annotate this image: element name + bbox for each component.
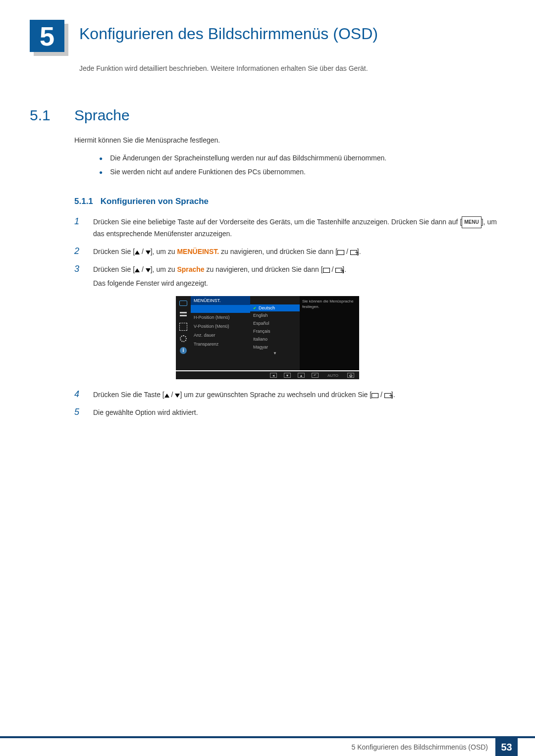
bullet-icon: ● <box>99 168 103 177</box>
scroll-down-icon: ▼ <box>250 351 300 355</box>
content-area: 5 Konfigurieren des Bildschirmmenüs (OSD… <box>0 0 535 418</box>
chapter-number: 5 <box>30 20 64 52</box>
osd-language-item: Français <box>250 327 300 335</box>
nav-up-icon: ▲ <box>298 373 305 378</box>
source-icon <box>323 268 330 273</box>
page-number: 53 <box>495 738 518 756</box>
step-list-cont: 4 Drücken Sie die Taste [ / ] um zur gew… <box>74 389 505 418</box>
osd-language-item: Español <box>250 319 300 327</box>
osd-menu-header: MENÜEINST. <box>191 296 250 305</box>
chapter-intro: Jede Funktion wird detailliert beschrieb… <box>79 64 505 72</box>
osd-language-item: Magyar <box>250 343 300 351</box>
step-text: Drücken Sie die Taste [ / ] um zur gewün… <box>93 389 395 400</box>
osd-menu-item: Anz. dauer <box>191 331 250 340</box>
enter-icon <box>350 250 357 255</box>
osd-menu-item: V-Position (Menü) <box>191 322 250 331</box>
bullet-item: ●Die Änderungen der Spracheinstellung we… <box>74 154 505 163</box>
step-number: 5 <box>74 407 83 418</box>
nav-down-icon: ▼ <box>284 373 291 378</box>
gear-icon <box>179 335 188 343</box>
step-text: Drücken Sie eine beliebige Taste auf der… <box>93 216 505 239</box>
monitor-icon <box>179 299 188 307</box>
bullet-text: Sie werden nicht auf andere Funktionen d… <box>110 168 306 177</box>
nav-left-icon: ◄ <box>270 373 277 378</box>
step-text: Drücken Sie [ / ], um zu Sprache zu navi… <box>93 264 346 289</box>
auto-label: AUTO <box>325 373 340 378</box>
osd-language-item: English <box>250 311 300 319</box>
down-icon <box>175 394 180 398</box>
down-icon <box>146 268 151 272</box>
osd-language-column: Deutsch English Español Français Italian… <box>250 296 300 370</box>
info-icon: i <box>179 347 188 354</box>
arrows-icon <box>179 323 188 331</box>
power-icon: ⏻ <box>347 373 354 378</box>
step-3-extra: Das folgende Fenster wird angezeigt. <box>93 278 346 289</box>
highlight-menueinst: MENÜEINST. <box>177 248 219 255</box>
bullet-list: ●Die Änderungen der Spracheinstellung we… <box>74 154 505 177</box>
chapter-badge: 5 <box>30 20 69 57</box>
osd-selected-language: Deutsch <box>250 304 300 311</box>
enter-icon <box>335 268 342 273</box>
enter-icon <box>384 393 391 398</box>
step-5: 5 Die gewählte Option wird aktiviert. <box>74 407 505 418</box>
osd-icon-rail: i <box>176 296 191 370</box>
nav-enter-icon: ↵ <box>312 373 319 378</box>
chapter-title: Konfigurieren des Bildschirmmenüs (OSD) <box>79 20 378 43</box>
step-text: Drücken Sie [ / ], um zu MENÜEINST. zu n… <box>93 246 361 257</box>
section-number: 5.1 <box>30 107 64 124</box>
step-number: 1 <box>74 216 83 239</box>
osd-menu-item: H-Position (Menü) <box>191 313 250 322</box>
step-number: 3 <box>74 264 83 289</box>
up-icon <box>164 394 169 398</box>
menu-key-icon: MENU <box>462 216 481 228</box>
subsection-title: Konfigurieren von Sprache <box>101 197 209 206</box>
section-header: 5.1 Sprache <box>30 107 505 124</box>
bullet-text: Die Änderungen der Spracheinstellung wer… <box>110 154 386 163</box>
step-number: 2 <box>74 246 83 257</box>
section-intro: Hiermit können Sie die Menüsprache festl… <box>74 136 505 144</box>
step-number: 4 <box>74 389 83 400</box>
osd-screenshot: i MENÜEINST. H-Position (Menü) V-Positio… <box>176 296 359 379</box>
bullet-item: ●Sie werden nicht auf andere Funktionen … <box>74 168 505 177</box>
list-icon <box>179 311 188 319</box>
osd-button-bar: ◄ ▼ ▲ ↵ AUTO ⏻ <box>176 371 359 379</box>
manual-page: 5 Konfigurieren des Bildschirmmenüs (OSD… <box>0 0 535 756</box>
bullet-icon: ● <box>99 154 103 163</box>
step-3: 3 Drücken Sie [ / ], um zu Sprache zu na… <box>74 264 505 289</box>
section-body: Hiermit können Sie die Menüsprache festl… <box>74 136 505 177</box>
footer-text: 5 Konfigurieren des Bildschirmmenüs (OSD… <box>352 743 495 751</box>
osd-language-item: Italiano <box>250 335 300 343</box>
highlight-sprache: Sprache <box>177 265 204 273</box>
up-icon <box>135 268 140 272</box>
section-title: Sprache <box>74 107 130 124</box>
source-icon <box>337 250 344 255</box>
osd-window: i MENÜEINST. H-Position (Menü) V-Positio… <box>176 296 359 370</box>
subsection-header: 5.1.1 Konfigurieren von Sprache <box>74 197 505 206</box>
step-2: 2 Drücken Sie [ / ], um zu MENÜEINST. zu… <box>74 246 505 257</box>
osd-menu-column: MENÜEINST. H-Position (Menü) V-Position … <box>191 296 250 370</box>
source-icon <box>372 393 378 398</box>
step-list: 1 Drücken Sie eine beliebige Taste auf d… <box>74 216 505 289</box>
page-footer: 5 Konfigurieren des Bildschirmmenüs (OSD… <box>0 736 535 756</box>
osd-hint: Sie können die Menüsprache festlegen. <box>300 296 359 370</box>
step-text: Die gewählte Option wird aktiviert. <box>93 407 198 418</box>
osd-selected-row <box>191 305 250 313</box>
up-icon <box>135 251 140 254</box>
down-icon <box>146 251 151 254</box>
subsection-number: 5.1.1 <box>74 197 93 206</box>
step-1: 1 Drücken Sie eine beliebige Taste auf d… <box>74 216 505 239</box>
osd-menu-item: Transparenz <box>191 340 250 349</box>
step-4: 4 Drücken Sie die Taste [ / ] um zur gew… <box>74 389 505 400</box>
chapter-header: 5 Konfigurieren des Bildschirmmenüs (OSD… <box>30 20 505 57</box>
